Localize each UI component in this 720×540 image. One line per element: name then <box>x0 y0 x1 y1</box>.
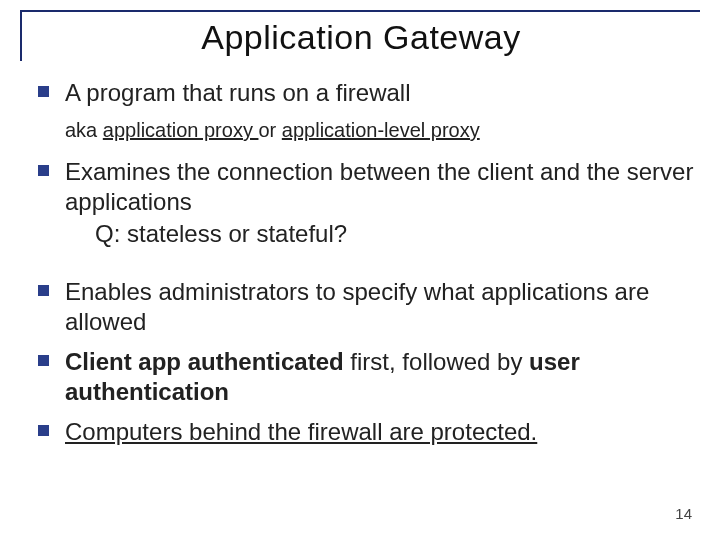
slide-title: Application Gateway <box>20 10 700 61</box>
sub-text-underline: application-level proxy <box>282 119 480 141</box>
sub-text: or <box>258 119 281 141</box>
slide: { "title": "Application Gateway", "bulle… <box>0 0 720 540</box>
bullet-item-4: Client app authenticated first, followed… <box>38 347 700 407</box>
bullet-item-5: Computers behind the firewall are protec… <box>38 417 700 447</box>
square-bullet-icon <box>38 425 49 436</box>
bullet-text: Examines the connection between the clie… <box>65 157 700 217</box>
square-bullet-icon <box>38 165 49 176</box>
bullet-item-2: Examines the connection between the clie… <box>38 157 700 249</box>
plain-text: first, followed by <box>344 348 529 375</box>
square-bullet-icon <box>38 86 49 97</box>
bullet-text: Client app authenticated first, followed… <box>65 347 700 407</box>
title-container: Application Gateway <box>20 10 700 61</box>
bullet-item-3: Enables administrators to specify what a… <box>38 277 700 337</box>
bullet-2-content: Examines the connection between the clie… <box>65 157 700 249</box>
bold-text: Client app authenticated <box>65 348 344 375</box>
bullet-text-underline: Computers behind the firewall are protec… <box>65 417 537 447</box>
sub-text: aka <box>65 119 103 141</box>
bullet-item-1: A program that runs on a firewall <box>38 78 700 108</box>
bullet-text: Enables administrators to specify what a… <box>65 277 700 337</box>
page-number: 14 <box>675 505 692 522</box>
square-bullet-icon <box>38 355 49 366</box>
square-bullet-icon <box>38 285 49 296</box>
spacer <box>38 259 700 277</box>
sub-text-underline: application proxy <box>103 119 259 141</box>
bullet-1-subtext: aka application proxy or application-lev… <box>65 118 700 143</box>
slide-body: A program that runs on a firewall aka ap… <box>38 78 700 457</box>
bullet-text: A program that runs on a firewall <box>65 78 411 108</box>
bullet-2-question: Q: stateless or stateful? <box>95 219 700 249</box>
